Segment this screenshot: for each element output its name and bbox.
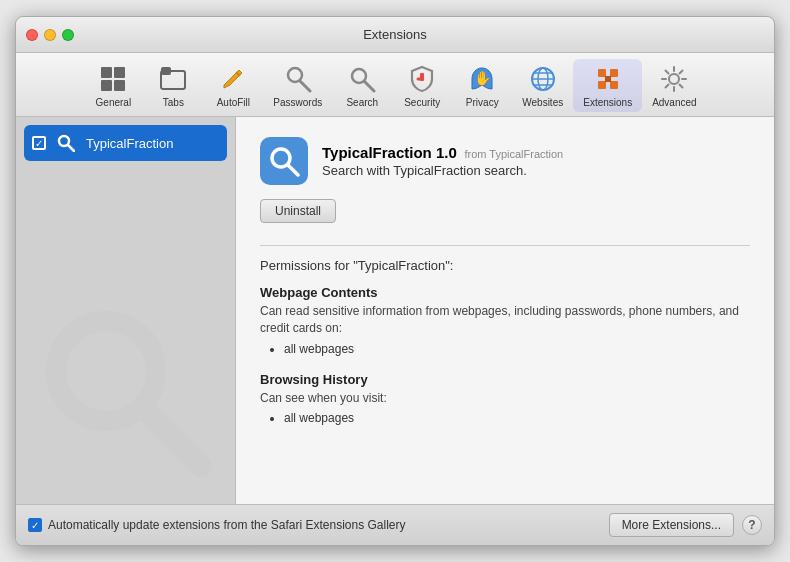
title-bar: Extensions: [16, 17, 774, 53]
svg-rect-20: [610, 69, 618, 77]
passwords-icon: [282, 63, 314, 95]
more-extensions-button[interactable]: More Extensions...: [609, 513, 734, 537]
auto-update-checkbox[interactable]: ✓: [28, 518, 42, 532]
svg-text:✋: ✋: [474, 70, 492, 87]
svg-rect-21: [598, 81, 606, 89]
permission-item-1-0: all webpages: [284, 411, 750, 425]
main-panel: TypicalFraction 1.0 from TypicalFraction…: [236, 117, 774, 504]
autofill-label: AutoFill: [217, 97, 250, 108]
svg-rect-1: [114, 67, 125, 78]
svg-rect-0: [101, 67, 112, 78]
toolbar-item-autofill[interactable]: AutoFill: [203, 59, 263, 112]
autofill-icon: [217, 63, 249, 95]
websites-label: Websites: [522, 97, 563, 108]
sidebar-watermark: [26, 301, 225, 484]
permissions-heading: Permissions for "TypicalFraction":: [260, 258, 750, 273]
svg-point-24: [669, 74, 679, 84]
svg-line-8: [300, 82, 310, 92]
svg-line-26: [68, 145, 74, 151]
toolbar-item-advanced[interactable]: Advanced: [642, 59, 706, 112]
search-label: Search: [346, 97, 378, 108]
advanced-label: Advanced: [652, 97, 696, 108]
divider: [260, 245, 750, 246]
svg-rect-19: [598, 69, 606, 77]
general-label: General: [96, 97, 132, 108]
general-icon: [97, 63, 129, 95]
permission-item-0-0: all webpages: [284, 342, 750, 356]
toolbar-item-extensions[interactable]: Extensions: [573, 59, 642, 112]
svg-rect-22: [610, 81, 618, 89]
bottom-bar: ✓ Automatically update extensions from t…: [16, 504, 774, 545]
maximize-button[interactable]: [62, 29, 74, 41]
permission-desc-0: Can read sensitive information from webp…: [260, 303, 750, 337]
tabs-icon: [157, 63, 189, 95]
extension-icon: [260, 137, 308, 185]
advanced-icon: [658, 63, 690, 95]
svg-point-7: [288, 68, 302, 82]
tabs-label: Tabs: [163, 97, 184, 108]
sidebar-ext-name: TypicalFraction: [86, 136, 173, 151]
auto-update-label: Automatically update extensions from the…: [48, 518, 406, 532]
extension-description: Search with TypicalFraction search.: [322, 163, 563, 178]
sidebar: ✓ TypicalFraction: [16, 117, 236, 504]
toolbar-item-security[interactable]: Security: [392, 59, 452, 112]
close-button[interactable]: [26, 29, 38, 41]
auto-update-area: ✓ Automatically update extensions from t…: [28, 518, 406, 532]
uninstall-button[interactable]: Uninstall: [260, 199, 336, 223]
sidebar-item-typicalfraction[interactable]: ✓ TypicalFraction: [24, 125, 227, 161]
extension-title-line: TypicalFraction 1.0 from TypicalFraction: [322, 144, 563, 161]
extensions-label: Extensions: [583, 97, 632, 108]
svg-rect-3: [114, 80, 125, 91]
extension-info: TypicalFraction 1.0 from TypicalFraction…: [322, 144, 563, 178]
permission-name-1: Browsing History: [260, 372, 750, 387]
content-area: ✓ TypicalFraction: [16, 117, 774, 504]
bottom-right-controls: More Extensions... ?: [609, 513, 762, 537]
privacy-icon: ✋: [466, 63, 498, 95]
help-button[interactable]: ?: [742, 515, 762, 535]
search-icon: [346, 63, 378, 95]
security-label: Security: [404, 97, 440, 108]
svg-line-10: [365, 82, 375, 92]
toolbar-item-privacy[interactable]: ✋ Privacy: [452, 59, 512, 112]
websites-icon: [527, 63, 559, 95]
minimize-button[interactable]: [44, 29, 56, 41]
svg-rect-2: [101, 80, 112, 91]
extension-checkbox[interactable]: ✓: [32, 136, 46, 150]
permission-desc-1: Can see when you visit:: [260, 390, 750, 407]
extensions-icon: [592, 63, 624, 95]
svg-line-30: [288, 165, 298, 175]
passwords-label: Passwords: [273, 97, 322, 108]
svg-rect-12: [420, 73, 424, 81]
preferences-window: Extensions General Tabs AutoFill Passwo: [15, 16, 775, 546]
window-controls: [26, 29, 74, 41]
svg-rect-23: [605, 76, 611, 82]
permission-browsing-history: Browsing History Can see when you visit:…: [260, 372, 750, 426]
toolbar-item-search[interactable]: Search: [332, 59, 392, 112]
extension-header: TypicalFraction 1.0 from TypicalFraction…: [260, 137, 750, 185]
svg-line-28: [144, 409, 201, 466]
toolbar: General Tabs AutoFill Passwords Search: [16, 53, 774, 117]
permission-webpage-contents: Webpage Contents Can read sensitive info…: [260, 285, 750, 356]
toolbar-item-tabs[interactable]: Tabs: [143, 59, 203, 112]
svg-rect-5: [161, 67, 171, 75]
permission-list-1: all webpages: [260, 411, 750, 425]
toolbar-item-passwords[interactable]: Passwords: [263, 59, 332, 112]
permission-name-0: Webpage Contents: [260, 285, 750, 300]
toolbar-item-websites[interactable]: Websites: [512, 59, 573, 112]
privacy-label: Privacy: [466, 97, 499, 108]
security-icon: [406, 63, 438, 95]
extension-name: TypicalFraction 1.0: [322, 144, 457, 161]
toolbar-item-general[interactable]: General: [83, 59, 143, 112]
window-title: Extensions: [363, 27, 427, 42]
sidebar-ext-icon: [54, 131, 78, 155]
permission-list-0: all webpages: [260, 342, 750, 356]
extension-author: from TypicalFraction: [464, 148, 563, 160]
